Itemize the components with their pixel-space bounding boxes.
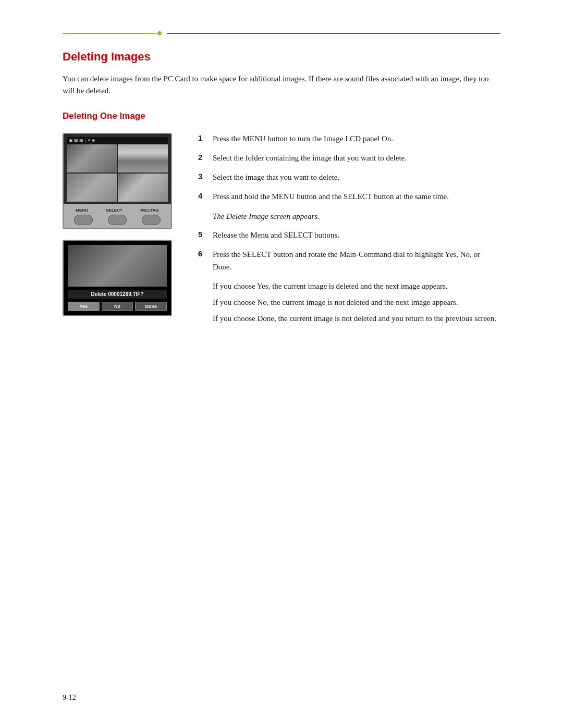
lcd-cell-2 [118,144,168,172]
delete-preview-image [68,245,167,287]
delete-screen-image: Delete 00001269.TIF? Yes No Done [63,240,172,316]
delete-no-button[interactable]: No [102,302,133,311]
step-5-num: 5 [198,229,207,239]
delete-done-button[interactable]: Done [135,302,167,311]
step-1-text: Press the MENU button to turn the Image … [213,133,393,145]
step-5: 5 Release the Menu and SELECT buttons. [198,229,500,241]
page: Deleting Images You can delete images fr… [0,0,563,728]
lcd-cell-3 [67,174,117,202]
step-6-num: 6 [198,249,207,258]
delete-yes-button[interactable]: Yes [68,302,100,311]
menu-label: MENU [76,208,88,213]
rectag-label: REC/TAG [140,208,158,213]
lcd-buttons-area: MENU SELECT REC/TAG [64,204,171,228]
select-label: SELECT [106,208,123,213]
step-3: 3 Select the image that you want to dele… [198,171,500,183]
italic-note: The Delete Image screen appears. [213,211,500,223]
content-area: ▣ ▦ ▦ ≡ ⊕ [63,133,500,329]
step-2: 2 Select the folder containing the image… [198,152,500,164]
delete-buttons-row: Yes No Done [68,302,167,311]
lcd-toolbar: ▣ ▦ ▦ ≡ ⊕ [67,137,168,144]
right-column: 1 Press the MENU button to turn the Imag… [198,133,500,329]
lcd-separator [85,138,86,143]
sub-title: Deleting One Image [63,111,500,121]
top-decoration [63,31,500,35]
extra-para-3: If you choose Done, the current image is… [213,313,500,325]
camera-lcd-image: ▣ ▦ ▦ ≡ ⊕ [63,133,172,229]
top-dot [157,31,162,35]
step-2-num: 2 [198,152,207,162]
lcd-icon-4: ≡ [88,138,91,143]
extra-para-2: If you choose No, the current image is n… [213,297,500,309]
step-4-text: Press and hold the MENU button and the S… [213,191,449,203]
lcd-icon-5: ⊕ [92,138,95,143]
page-number: 9-12 [63,694,76,702]
step-6-text: Press the SELECT button and rotate the M… [213,249,500,273]
lcd-icon-1: ▣ [69,138,73,143]
top-line-long [167,33,500,34]
lcd-screen: ▣ ▦ ▦ ≡ ⊕ [64,134,171,204]
step-3-text: Select the image that you want to delete… [213,171,339,183]
section-title: Deleting Images [63,50,500,64]
step-5-text: Release the Menu and SELECT buttons. [213,229,339,241]
lcd-button-labels: MENU SELECT REC/TAG [67,208,168,213]
lcd-cell-4 [118,174,168,202]
lcd-thumbnail-2 [118,144,168,172]
step-3-num: 3 [198,171,207,181]
lcd-thumbnail-4 [118,174,168,202]
step-4-num: 4 [198,191,207,200]
rectag-button[interactable] [142,215,161,225]
steps-list: 1 Press the MENU button to turn the Imag… [198,133,500,203]
step-1: 1 Press the MENU button to turn the Imag… [198,133,500,145]
step-4: 4 Press and hold the MENU button and the… [198,191,500,203]
step-1-num: 1 [198,133,207,142]
lcd-thumbnail-1 [67,144,117,172]
step-6: 6 Press the SELECT button and rotate the… [198,249,500,273]
steps-list-continued: 5 Release the Menu and SELECT buttons. 6… [198,229,500,273]
select-button[interactable] [108,215,127,225]
extra-para-1: If you choose Yes, the current image is … [213,280,500,292]
lcd-buttons-row [67,215,168,225]
lcd-icon-2: ▦ [74,138,78,143]
left-column: ▣ ▦ ▦ ≡ ⊕ [63,133,177,316]
lcd-cell-1 [67,144,117,172]
lcd-icon-3: ▦ [79,138,83,143]
lcd-thumbnail-3 [67,174,117,202]
intro-text: You can delete images from the PC Card t… [63,73,500,97]
lcd-image-grid [67,144,168,202]
menu-button[interactable] [74,215,93,225]
delete-filename: Delete 00001269.TIF? [68,290,167,299]
step-2-text: Select the folder containing the image t… [213,152,407,164]
top-line-short [63,33,156,34]
